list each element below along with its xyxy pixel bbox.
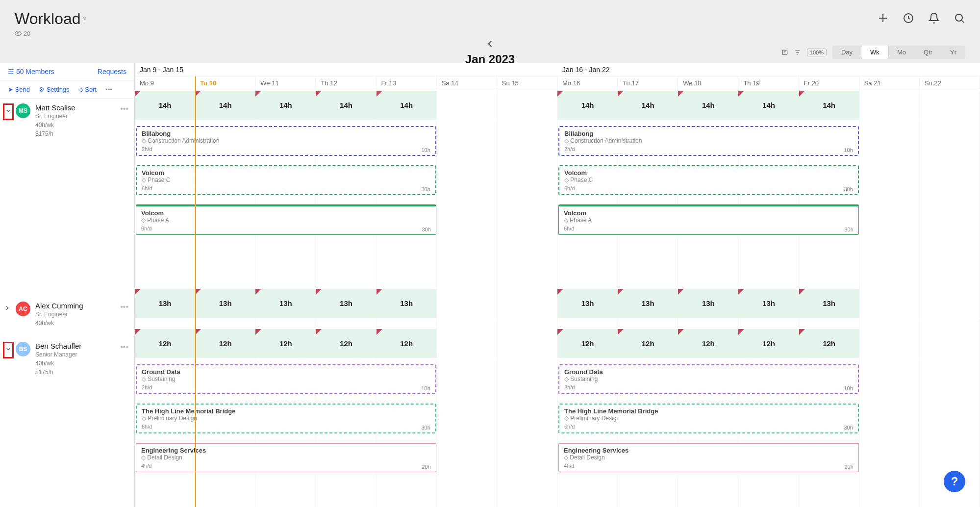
hours-cell[interactable]: 14h bbox=[255, 91, 316, 120]
day-column-header: Fr 13 bbox=[377, 76, 437, 90]
title-help-badge[interactable]: ? bbox=[83, 16, 86, 23]
member-row-matt: MS Matt Scalise Sr. Engineer 40h/wk $175… bbox=[0, 99, 134, 297]
hours-cell[interactable]: 12h bbox=[738, 329, 799, 358]
task-card[interactable]: Ground Data Sustaining 2h/d 10h bbox=[558, 364, 859, 394]
add-icon[interactable] bbox=[877, 12, 889, 24]
week-label-1: Jan 9 - Jan 15 bbox=[135, 63, 557, 76]
member-more-icon[interactable]: ••• bbox=[120, 303, 128, 311]
hours-cell[interactable]: 14h bbox=[557, 91, 618, 120]
timeline[interactable]: Jan 9 - Jan 15 Jan 16 - Jan 22 Mo 9Tu 10… bbox=[135, 63, 980, 507]
day-column-header: Mo 16 bbox=[557, 76, 618, 90]
hours-cell[interactable]: 13h bbox=[678, 289, 738, 318]
filter-icon[interactable] bbox=[794, 49, 801, 56]
task-card[interactable]: Ground Data Sustaining 2h/d 10h bbox=[136, 364, 436, 394]
task-card[interactable]: Volcom Phase A 6h/d 30h bbox=[136, 204, 436, 235]
clock-icon[interactable] bbox=[903, 12, 914, 24]
members-count-link[interactable]: ☰ 50 Members bbox=[8, 68, 54, 76]
hours-cell[interactable]: 13h bbox=[316, 289, 376, 318]
granularity-month[interactable]: Mo bbox=[888, 46, 915, 59]
member-name[interactable]: Alex Cumming bbox=[35, 302, 83, 310]
chevron-down-icon[interactable] bbox=[4, 104, 13, 119]
hours-cell[interactable]: 12h bbox=[557, 329, 618, 358]
member-name[interactable]: Matt Scalise bbox=[35, 103, 75, 112]
day-header-row: Mo 9Tu 10We 11Th 12Fr 13Sa 14Su 15Mo 16T… bbox=[135, 76, 980, 90]
search-icon[interactable] bbox=[954, 12, 965, 24]
hours-cell[interactable] bbox=[920, 91, 980, 120]
hours-cell[interactable]: 12h bbox=[618, 329, 678, 358]
requests-link[interactable]: Requests bbox=[98, 68, 126, 76]
hours-cell[interactable]: 12h bbox=[316, 329, 376, 358]
granularity-week[interactable]: Wk bbox=[861, 46, 888, 59]
hours-cell[interactable]: 12h bbox=[135, 329, 195, 358]
hours-cell[interactable]: 13h bbox=[738, 289, 799, 318]
hours-cell[interactable]: 14h bbox=[618, 91, 678, 120]
hours-cell[interactable] bbox=[437, 329, 497, 358]
prev-month-button[interactable]: ‹ bbox=[468, 34, 512, 51]
hours-cell[interactable] bbox=[497, 329, 557, 358]
hours-cell[interactable]: 14h bbox=[135, 91, 195, 120]
hours-cell[interactable]: 14h bbox=[799, 91, 859, 120]
hours-cell[interactable] bbox=[920, 329, 980, 358]
granularity-day[interactable]: Day bbox=[832, 46, 861, 59]
task-card[interactable]: Volcom Phase C 6h/d 30h bbox=[136, 165, 436, 195]
hours-cell[interactable]: 12h bbox=[195, 329, 255, 358]
hours-cell[interactable]: 13h bbox=[377, 289, 437, 318]
task-card[interactable]: Engineering Services Detail Design 4h/d … bbox=[136, 443, 436, 472]
hours-cell[interactable]: 12h bbox=[255, 329, 316, 358]
hours-cell[interactable]: 14h bbox=[678, 91, 738, 120]
task-card[interactable]: Volcom Phase A 6h/d 30h bbox=[558, 204, 859, 235]
hours-cell[interactable]: 13h bbox=[195, 289, 255, 318]
help-fab[interactable]: ? bbox=[944, 471, 965, 492]
sort-button[interactable]: ◇ Sort bbox=[78, 86, 97, 93]
task-card[interactable]: Billabong Construction Administration 2h… bbox=[136, 126, 436, 156]
day-column-header: Sa 21 bbox=[859, 76, 920, 90]
sidebar-more-icon[interactable]: ••• bbox=[105, 86, 112, 93]
hours-cell[interactable] bbox=[437, 289, 497, 318]
day-column-header: We 18 bbox=[678, 76, 738, 90]
hours-cell[interactable]: 14h bbox=[738, 91, 799, 120]
task-card[interactable]: The High Line Memorial Bridge Preliminar… bbox=[136, 404, 436, 433]
avatar[interactable]: AC bbox=[16, 302, 30, 316]
member-name[interactable]: Ben Schaufler bbox=[35, 342, 81, 350]
hours-cell[interactable]: 14h bbox=[195, 91, 255, 120]
settings-button[interactable]: ⚙ Settings bbox=[39, 86, 70, 93]
member-role: Sr. Engineer bbox=[35, 112, 75, 121]
hours-cell[interactable]: 13h bbox=[135, 289, 195, 318]
member-more-icon[interactable]: ••• bbox=[120, 343, 128, 352]
day-column-header: Tu 10 bbox=[195, 76, 255, 90]
bell-icon[interactable] bbox=[928, 12, 940, 24]
hours-cell[interactable]: 13h bbox=[557, 289, 618, 318]
member-more-icon[interactable]: ••• bbox=[120, 104, 128, 113]
avatar[interactable]: MS bbox=[16, 103, 30, 118]
hours-cell[interactable]: 13h bbox=[799, 289, 859, 318]
hours-cell[interactable]: 14h bbox=[316, 91, 376, 120]
granularity-switch: Day Wk Mo Qtr Yr bbox=[832, 46, 965, 59]
hours-cell[interactable]: 12h bbox=[799, 329, 859, 358]
hours-cell[interactable] bbox=[859, 329, 920, 358]
send-button[interactable]: ➤ Send bbox=[8, 86, 30, 93]
hours-cell[interactable]: 12h bbox=[377, 329, 437, 358]
export-icon[interactable] bbox=[781, 49, 788, 56]
hours-cell[interactable] bbox=[920, 289, 980, 318]
hours-cell[interactable]: 13h bbox=[255, 289, 316, 318]
chevron-right-icon[interactable] bbox=[4, 302, 13, 332]
avatar[interactable]: BS bbox=[16, 342, 30, 356]
task-card[interactable]: Volcom Phase C 6h/d 30h bbox=[558, 165, 859, 195]
chevron-down-icon[interactable] bbox=[4, 343, 13, 357]
hours-cell[interactable]: 12h bbox=[678, 329, 738, 358]
hours-cell[interactable]: 13h bbox=[618, 289, 678, 318]
granularity-quarter[interactable]: Qtr bbox=[915, 46, 941, 59]
hours-cell[interactable]: 14h bbox=[377, 91, 437, 120]
week-label-2: Jan 16 - Jan 22 bbox=[557, 63, 980, 76]
zoom-level[interactable]: 100% bbox=[807, 49, 827, 56]
hours-cell[interactable] bbox=[497, 91, 557, 120]
granularity-year[interactable]: Yr bbox=[941, 46, 965, 59]
task-card[interactable]: Billabong Construction Administration 2h… bbox=[558, 126, 859, 156]
svg-point-0 bbox=[17, 32, 19, 34]
hours-cell[interactable] bbox=[437, 91, 497, 120]
task-card[interactable]: The High Line Memorial Bridge Preliminar… bbox=[558, 404, 859, 433]
hours-cell[interactable] bbox=[497, 289, 557, 318]
hours-cell[interactable] bbox=[859, 289, 920, 318]
hours-cell[interactable] bbox=[859, 91, 920, 120]
task-card[interactable]: Engineering Services Detail Design 4h/d … bbox=[558, 443, 859, 472]
